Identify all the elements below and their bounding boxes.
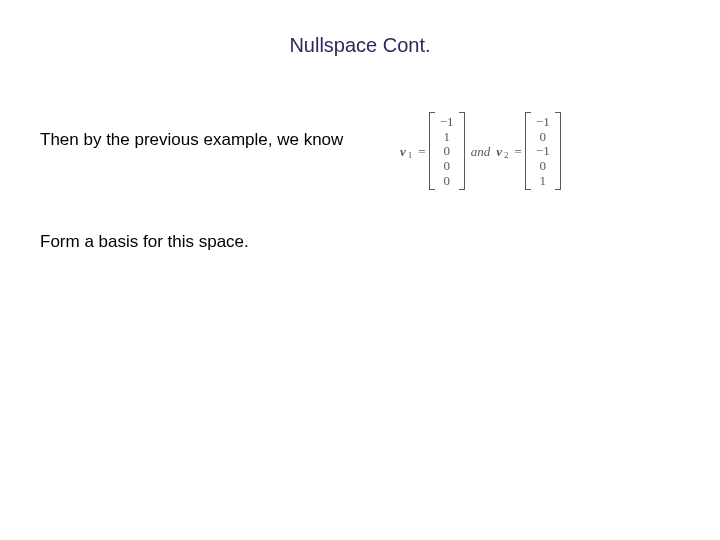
vector-1-entry: 0 xyxy=(440,144,454,157)
vector-1-entry: 0 xyxy=(440,159,454,172)
slide: Nullspace Cont. Then by the previous exa… xyxy=(0,0,720,540)
equals-1: = xyxy=(418,145,425,158)
vector-2-entry: 0 xyxy=(536,130,550,143)
conclusion-line: Form a basis for this space. xyxy=(40,232,249,252)
vector-1-entries: −1 1 0 0 0 xyxy=(435,112,459,190)
vector-2-entries: −1 0 −1 0 1 xyxy=(531,112,555,190)
math-expression: v1 = −1 1 0 0 0 and v2 = −1 0 −1 0 1 xyxy=(400,112,561,190)
equals-2: = xyxy=(514,145,521,158)
slide-title: Nullspace Cont. xyxy=(0,34,720,57)
vector-2-entry: −1 xyxy=(536,144,550,157)
right-bracket-icon xyxy=(555,112,561,190)
vector-1-entry: −1 xyxy=(440,115,454,128)
left-bracket-icon xyxy=(525,112,531,190)
vector-2-entry: 0 xyxy=(536,159,550,172)
vector-1-entry: 1 xyxy=(440,130,454,143)
vector-2-subscript: 2 xyxy=(504,151,509,160)
vector-1-entry: 0 xyxy=(440,174,454,187)
and-label: and xyxy=(471,145,491,158)
vector-1-name: v xyxy=(400,145,406,158)
vector-2-entry: −1 xyxy=(536,115,550,128)
left-bracket-icon xyxy=(429,112,435,190)
vector-2-name: v xyxy=(496,145,502,158)
right-bracket-icon xyxy=(459,112,465,190)
vector-1-subscript: 1 xyxy=(408,151,413,160)
vector-2-entry: 1 xyxy=(536,174,550,187)
vector-1: −1 1 0 0 0 xyxy=(429,112,465,190)
intro-line: Then by the previous example, we know xyxy=(40,130,343,150)
vector-2: −1 0 −1 0 1 xyxy=(525,112,561,190)
